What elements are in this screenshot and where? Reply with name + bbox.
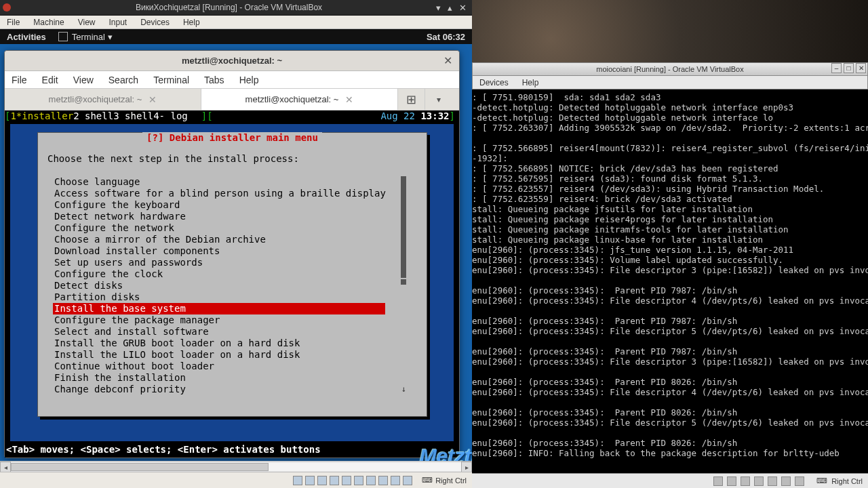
scrollbar-thumb[interactable]: [11, 463, 269, 471]
host-titlebar: ВикиXochiquetzal [Running] - Oracle VM V…: [0, 0, 472, 16]
activities-button[interactable]: Activities: [7, 32, 46, 42]
installer-item[interactable]: Detect network hardware: [53, 211, 385, 222]
maximize-icon[interactable]: □: [844, 63, 854, 73]
clock[interactable]: Sat 06:32: [427, 32, 465, 42]
installer-item[interactable]: Install the base system: [53, 303, 385, 314]
dialog-title: [?] Debian installer main menu: [142, 132, 322, 143]
terminal-menu-edit[interactable]: Edit: [42, 75, 58, 85]
installer-item[interactable]: Configure the package manager: [53, 314, 385, 326]
terminal-body[interactable]: [ 1*installer 2 shell 3 shell 4- log ][ …: [5, 110, 459, 458]
installer-item[interactable]: Partition disks: [53, 291, 385, 303]
terminal-window: metztli@xochiquetzal: ~ ✕ FileEditViewSe…: [4, 50, 460, 458]
scroll-down-icon: ↓: [401, 384, 406, 395]
tab-menu-button[interactable]: ▾: [425, 89, 452, 110]
mouse-icon[interactable]: [403, 476, 412, 485]
close-tab-icon[interactable]: ✕: [149, 94, 157, 105]
menu-file[interactable]: File: [0, 18, 26, 27]
network-icon[interactable]: [330, 476, 339, 485]
terminal-menu-help[interactable]: Help: [239, 75, 259, 85]
vm2-menu-help[interactable]: Help: [515, 78, 546, 87]
installer-item[interactable]: Select and install software: [53, 326, 385, 338]
shared-folder-icon[interactable]: [354, 476, 363, 485]
scrollbar-thumb[interactable]: [401, 176, 406, 278]
maximize-icon[interactable]: ▴: [448, 3, 452, 13]
scrollbar-thumb[interactable]: [401, 279, 406, 285]
installer-item[interactable]: Detect disks: [53, 280, 385, 291]
scroll-right-icon[interactable]: ▸: [461, 462, 472, 472]
terminal-menu-tabs[interactable]: Tabs: [204, 75, 224, 85]
vm1-menubar: FileMachineViewInputDevicesHelp: [0, 16, 472, 29]
optical-icon[interactable]: [727, 476, 736, 486]
dialog-scrollbar[interactable]: [401, 176, 406, 384]
terminal-menu-file[interactable]: File: [12, 75, 27, 85]
host-key-label: Right Ctrl: [435, 476, 467, 485]
close-icon[interactable]: ✕: [856, 63, 866, 73]
close-tab-icon[interactable]: ✕: [345, 94, 353, 105]
terminal-tab-1[interactable]: metztli@xochiquetzal: ~✕: [201, 89, 398, 110]
hdd-icon[interactable]: [713, 476, 723, 486]
dialog-menu-list[interactable]: Choose languageAccess software for a bli…: [53, 176, 385, 395]
display-icon[interactable]: [366, 476, 376, 485]
installer-item[interactable]: Install the LILO boot loader on a hard d…: [53, 349, 385, 361]
scroll-left-icon[interactable]: ◂: [0, 462, 11, 472]
optical-icon[interactable]: [305, 476, 315, 485]
minimize-icon[interactable]: ▾: [436, 3, 441, 13]
app-menu[interactable]: Terminal ▾: [58, 32, 113, 42]
hdd-icon[interactable]: [293, 476, 302, 485]
installer-item[interactable]: Choose a mirror of the Debian archive: [53, 234, 385, 245]
menu-devices[interactable]: Devices: [134, 18, 176, 27]
installer-background: [?] Debian installer main menu Choose th…: [10, 124, 454, 441]
terminal-tabbar: metztli@xochiquetzal: ~✕metztli@xochique…: [5, 89, 459, 110]
installer-item[interactable]: Configure the keyboard: [53, 199, 385, 211]
host-app-icon: [0, 3, 27, 12]
vm2-statusbar: ⌨ Right Ctrl: [472, 473, 868, 488]
installer-item[interactable]: Configure the clock: [53, 268, 385, 280]
menu-input[interactable]: Input: [102, 18, 134, 27]
usb-icon[interactable]: [754, 476, 764, 486]
vm2-titlebar[interactable]: moiocoiani [Running] - Oracle VM Virtual…: [472, 62, 868, 76]
installer-item[interactable]: Finish the installation: [53, 372, 385, 384]
usb-icon[interactable]: [342, 476, 351, 485]
installer-item[interactable]: Download installer components: [53, 245, 385, 257]
terminal-menu-terminal[interactable]: Terminal: [153, 75, 189, 85]
host-key-label: Right Ctrl: [831, 477, 863, 485]
recording-icon[interactable]: [378, 476, 388, 485]
installer-item[interactable]: Set up users and passwords: [53, 257, 385, 268]
menu-view[interactable]: View: [71, 18, 102, 27]
mouse-icon[interactable]: [795, 476, 804, 486]
installer-item[interactable]: Configure the network: [53, 222, 385, 234]
installer-item[interactable]: Access software for a blind person using…: [53, 188, 385, 199]
vm1-statusbar: ⌨ Right Ctrl: [0, 472, 472, 488]
installer-item[interactable]: Change debconf priority: [53, 384, 385, 395]
terminal-menu-search[interactable]: Search: [108, 75, 138, 85]
shared-folder-icon[interactable]: [768, 476, 777, 486]
terminal-menu-view[interactable]: View: [73, 75, 94, 85]
minimize-icon[interactable]: –: [831, 63, 842, 73]
installer-item[interactable]: Continue without boot loader: [53, 361, 385, 372]
vm2-console[interactable]: : [ 7751.980159] sda: sda1 sda2 sda3 -de…: [472, 89, 868, 461]
dialog-prompt: Choose the next step in the install proc…: [47, 153, 299, 165]
audio-icon[interactable]: [317, 476, 327, 485]
keyboard-icon[interactable]: ⌨: [422, 476, 433, 485]
terminal-menubar: FileEditViewSearchTerminalTabsHelp: [5, 71, 459, 89]
host-window-title: ВикиXochiquetzal [Running] - Oracle VM V…: [27, 3, 431, 12]
menu-help[interactable]: Help: [176, 18, 207, 27]
host-horizontal-scrollbar[interactable]: ◂ ▸: [0, 461, 472, 472]
installer-item[interactable]: Choose language: [53, 176, 385, 188]
installer-item[interactable]: Install the GRUB boot loader on a hard d…: [53, 338, 385, 349]
terminal-titlebar[interactable]: metztli@xochiquetzal: ~ ✕: [5, 51, 459, 71]
display-icon[interactable]: [781, 476, 791, 486]
scrollbar-track[interactable]: [11, 463, 461, 471]
new-tab-button[interactable]: ⊞: [398, 89, 425, 110]
keyboard-icon[interactable]: ⌨: [816, 476, 827, 485]
close-icon[interactable]: ✕: [443, 54, 452, 67]
menu-machine[interactable]: Machine: [26, 18, 71, 27]
terminal-title: metztli@xochiquetzal: ~: [182, 56, 282, 66]
installer-hint: <Tab> moves; <Space> selects; <Enter> ac…: [5, 444, 459, 456]
vm2-title: moiocoiani [Running] - Oracle VM Virtual…: [596, 65, 743, 73]
terminal-tab-0[interactable]: metztli@xochiquetzal: ~✕: [5, 89, 201, 110]
close-icon[interactable]: ✕: [459, 3, 467, 13]
cpu-icon[interactable]: [391, 476, 400, 485]
vm2-menu-devices[interactable]: Devices: [473, 78, 515, 87]
network-icon[interactable]: [741, 476, 750, 486]
